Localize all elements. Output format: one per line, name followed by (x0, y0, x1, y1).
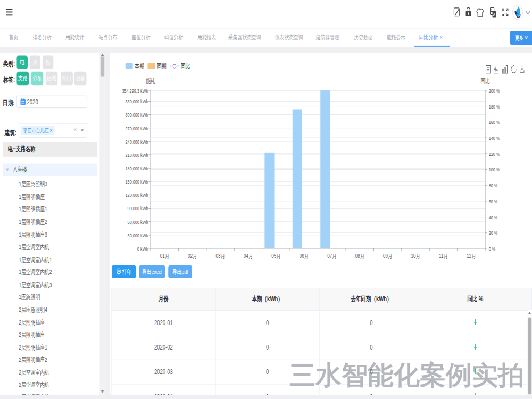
svg-text:04月: 04月 (244, 252, 253, 259)
svg-text:90,000 kWh: 90,000 kWh (128, 205, 148, 211)
svg-text:02月: 02月 (188, 252, 197, 259)
svg-text:180,000 kWh: 180,000 kWh (126, 165, 148, 171)
svg-text:120,000 kWh: 120,000 kWh (126, 192, 148, 198)
svg-text:120 %: 120 % (489, 151, 500, 157)
svg-text:180 %: 180 % (489, 104, 500, 110)
svg-text:240,000 kWh: 240,000 kWh (126, 139, 148, 145)
svg-text:0 %: 0 % (489, 246, 496, 252)
svg-text:03月: 03月 (216, 252, 225, 259)
svg-text:08月: 08月 (355, 252, 364, 259)
svg-text:210,000 kWh: 210,000 kWh (126, 152, 148, 158)
svg-text:354,299.3 kWh: 354,299.3 kWh (122, 88, 148, 94)
svg-text:270,000 kWh: 270,000 kWh (126, 126, 148, 131)
svg-text:80 %: 80 % (489, 182, 498, 188)
svg-text:01月: 01月 (160, 252, 169, 259)
svg-text:0 kWh: 0 kWh (137, 246, 148, 252)
svg-text:20 %: 20 % (489, 230, 498, 236)
svg-text:60 %: 60 % (489, 198, 498, 204)
svg-text:60,000 kWh: 60,000 kWh (128, 219, 148, 225)
svg-text:100 %: 100 % (489, 167, 500, 172)
svg-text:06月: 06月 (300, 252, 309, 259)
svg-text:300,000 kWh: 300,000 kWh (126, 112, 148, 118)
svg-text:140 %: 140 % (489, 135, 500, 141)
svg-text:09月: 09月 (383, 252, 392, 259)
svg-text:30,000 kWh: 30,000 kWh (128, 232, 148, 238)
svg-text:12月: 12月 (467, 252, 476, 259)
svg-text:330,000 kWh: 330,000 kWh (126, 98, 148, 104)
svg-text:11月: 11月 (439, 252, 447, 259)
svg-text:能耗: 能耗 (146, 78, 155, 84)
svg-text:A: A (493, 12, 495, 16)
svg-text:160 %: 160 % (489, 119, 500, 125)
svg-text:07月: 07月 (327, 252, 336, 259)
svg-text:05月: 05月 (271, 252, 280, 259)
svg-text:200 %: 200 % (489, 88, 500, 94)
svg-text:10月: 10月 (411, 252, 420, 259)
svg-text:150,000 kWh: 150,000 kWh (126, 179, 148, 185)
svg-text:同比: 同比 (480, 78, 490, 84)
svg-text:40 %: 40 % (489, 214, 498, 220)
